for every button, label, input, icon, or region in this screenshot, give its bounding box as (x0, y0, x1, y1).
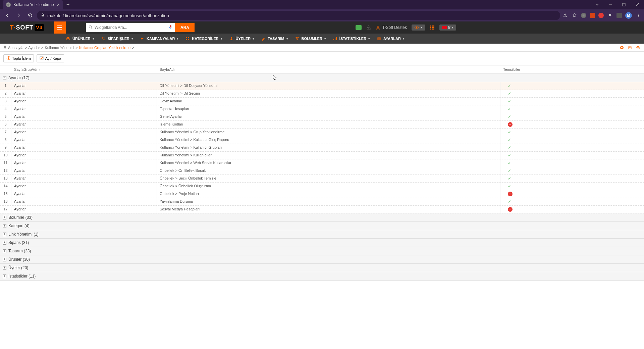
refresh-icon[interactable] (635, 45, 641, 50)
group-row[interactable]: +Bölümler (33) (0, 213, 644, 222)
table-row[interactable]: 14AyarlarÖnbellek > Önbellek Oluşturma✓ (0, 183, 644, 190)
expand-icon[interactable]: + (3, 233, 6, 236)
chat-button[interactable] (356, 25, 362, 30)
ext-icon-1[interactable] (581, 13, 586, 18)
hamburger-button[interactable] (54, 21, 66, 34)
table-row[interactable]: 11AyarlarKullanıcı Yönetimi > Web Servis… (0, 159, 644, 167)
table-row[interactable]: 7AyarlarKullanıcı Yönetimi > Grup Yetkil… (0, 129, 644, 136)
table-row[interactable]: 10AyarlarKullanıcı Yönetimi > Kullanıcıl… (0, 152, 644, 159)
group-row[interactable]: +Ürünler (30) (0, 255, 644, 264)
table-row[interactable]: 16AyarlarYayınlanma Durumu✓ (0, 198, 644, 206)
group-row[interactable]: +Sipariş (31) (0, 239, 644, 247)
bookmark-star-icon[interactable] (572, 12, 578, 18)
col-group-header[interactable]: SayfaGrupAdı ↑ (11, 65, 157, 73)
warning-button[interactable] (366, 25, 371, 30)
search-button[interactable]: ARA (175, 23, 195, 32)
table-row[interactable]: 1AyarlarDil Yönetimi > Dil Dosyası Yönet… (0, 82, 644, 90)
back-button[interactable] (3, 11, 12, 20)
row-status[interactable]: ✓ (500, 175, 644, 182)
group-ayarlar[interactable]: − Ayarlar (17) (0, 74, 644, 82)
maximize-button[interactable] (617, 0, 631, 9)
browser-menu-icon[interactable] (635, 12, 641, 18)
bc-p2[interactable]: Kullanıcı Yönetimi (45, 46, 74, 50)
expand-icon[interactable]: + (3, 258, 6, 261)
row-status[interactable]: ✓ (500, 167, 644, 174)
table-row[interactable]: 5AyarlarGenel Ayarlar✓ (0, 113, 644, 121)
support-link[interactable]: T-Soft Destek (376, 25, 407, 30)
row-status[interactable]: ✓ (500, 90, 644, 97)
nav-campaigns[interactable]: KAMPANYALAR▾ (137, 34, 182, 44)
col-reps-header[interactable]: Temsilciler (500, 65, 644, 73)
nav-products[interactable]: ÜRÜNLER▾ (62, 34, 98, 44)
row-status[interactable]: ✓ (500, 144, 644, 151)
ext-icon-2[interactable] (590, 13, 595, 18)
nav-settings[interactable]: AYARLAR▾ (373, 34, 408, 44)
row-status[interactable]: ✓ (500, 183, 644, 190)
row-status[interactable]: ✓ (500, 98, 644, 105)
table-row[interactable]: 3AyarlarDöviz Ayarları✓ (0, 98, 644, 105)
bulk-action-button[interactable]: Toplu İşlem (3, 54, 34, 62)
row-status[interactable]: ✓ (500, 113, 644, 120)
row-status[interactable]: ✓ (500, 198, 644, 205)
group-row[interactable]: +Üyeler (20) (0, 264, 644, 272)
table-row[interactable]: 2AyarlarDil Yönetimi > Dil Seçimi✓ (0, 90, 644, 98)
expand-icon[interactable]: + (3, 275, 6, 278)
reload-button[interactable] (25, 11, 35, 20)
nav-members[interactable]: ÜYELER▾ (226, 34, 258, 44)
row-status[interactable]: ✓ (500, 152, 644, 159)
new-tab-button[interactable]: + (63, 2, 73, 8)
profile-avatar[interactable]: M (625, 12, 632, 19)
row-status[interactable]: − (500, 121, 644, 128)
search-input[interactable] (95, 25, 167, 30)
language-selector[interactable]: tr ▾ (439, 24, 456, 31)
expand-collapse-button[interactable]: Aç / Kapa (37, 54, 64, 62)
close-window-button[interactable] (631, 0, 644, 9)
row-status[interactable]: ✓ (500, 105, 644, 113)
expand-icon[interactable]: + (3, 216, 6, 219)
expand-icon[interactable]: + (3, 249, 6, 253)
nav-sections[interactable]: BÖLÜMLER▾ (291, 34, 329, 44)
group-row[interactable]: +Kategori (4) (0, 222, 644, 230)
table-row[interactable]: 13AyarlarÖnbellek > Seçili Önbellek Temi… (0, 175, 644, 183)
row-status[interactable]: ✓ (500, 129, 644, 136)
visibility-toggle[interactable]: ▾ (412, 24, 425, 31)
forward-button[interactable] (14, 11, 23, 20)
table-row[interactable]: 8AyarlarKullanıcı Yönetimi > Kullanıcı G… (0, 136, 644, 144)
col-page-header[interactable]: SayfaAdı (157, 65, 500, 73)
ext-icon-3[interactable] (598, 13, 604, 18)
extensions-puzzle-icon[interactable] (607, 12, 613, 18)
expand-tabs-button[interactable] (590, 0, 604, 9)
share-icon[interactable] (562, 12, 568, 18)
mic-icon[interactable] (169, 25, 172, 31)
stop-icon[interactable] (619, 45, 625, 50)
row-status[interactable]: − (500, 190, 644, 198)
bc-p1[interactable]: Ayarlar (28, 46, 40, 50)
address-bar[interactable]: makale.1ticaret.com/srv/admin/management… (37, 11, 560, 20)
row-status[interactable]: ✓ (500, 82, 644, 90)
group-row[interactable]: +İstatistikler (11) (0, 272, 644, 281)
group-row[interactable]: +Link Yönetimi (1) (0, 230, 644, 239)
row-status[interactable]: ✓ (500, 159, 644, 167)
expand-icon[interactable]: + (3, 224, 6, 228)
export-icon[interactable] (627, 45, 633, 50)
minimize-button[interactable] (604, 0, 617, 9)
ext-icon-4[interactable] (616, 13, 622, 18)
nav-design[interactable]: TASARIM▾ (258, 34, 291, 44)
nav-categories[interactable]: KATEGORİLER▾ (182, 34, 225, 44)
browser-tab[interactable]: Kullanıcı Yetkilendirme × (3, 0, 63, 9)
expand-icon[interactable]: + (3, 241, 6, 245)
group-row[interactable]: +Tasarım (23) (0, 247, 644, 255)
table-row[interactable]: 12AyarlarÖnbellek > Ön Bellek Boşalt✓ (0, 167, 644, 175)
bc-home[interactable]: Anasayfa (8, 46, 23, 50)
table-row[interactable]: 17AyarlarSosyal Medya Hesapları− (0, 206, 644, 213)
nav-orders[interactable]: SİPARİŞLER▾ (98, 34, 137, 44)
nav-statistics[interactable]: İSTATİSTİKLER▾ (329, 34, 373, 44)
row-status[interactable]: ✓ (500, 136, 644, 144)
table-row[interactable]: 4AyarlarE-posta Hesapları✓ (0, 105, 644, 113)
apps-grid-button[interactable] (430, 25, 435, 30)
table-row[interactable]: 6Ayarlarİzleme Kodları− (0, 121, 644, 129)
logo[interactable]: T·SOFTV4 (0, 21, 54, 34)
table-row[interactable]: 15AyarlarÖnbellek > Proje Notları− (0, 190, 644, 198)
table-row[interactable]: 9AyarlarKullanıcı Yönetimi > Kullanıcı G… (0, 144, 644, 152)
collapse-icon[interactable]: − (3, 76, 6, 80)
